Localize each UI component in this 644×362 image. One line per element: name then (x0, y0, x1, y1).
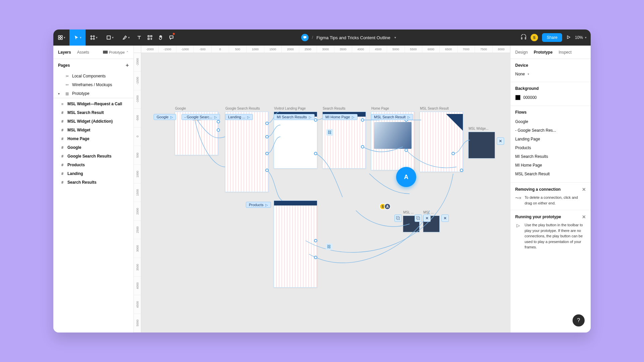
copy-button[interactable]: ⿻ (394, 215, 402, 222)
tab-prototype[interactable]: Prototype (534, 50, 552, 55)
background-section: Background 000000 (511, 82, 591, 106)
flow-item[interactable]: - Google Search Res... (515, 126, 586, 135)
connection-node[interactable] (265, 122, 269, 125)
present-button[interactable] (566, 35, 571, 41)
figma-menu-button[interactable]: ▾ (53, 29, 69, 46)
layer-item[interactable]: #Search Results (53, 178, 133, 187)
connection-node[interactable] (314, 239, 317, 242)
connection-node[interactable] (361, 118, 364, 122)
help-button[interactable]: ? (573, 314, 585, 326)
shape-tool-button[interactable]: ▾ (102, 29, 118, 46)
page-switcher[interactable]: Prototype ⌃ (103, 50, 129, 54)
pen-tool-button[interactable]: ▾ (118, 29, 134, 46)
connection-node[interactable] (314, 152, 317, 155)
tip-body-text: Use the play button in the toolbar to pl… (525, 222, 586, 250)
page-item[interactable]: ✏ Wireframes / Mockups (53, 80, 133, 89)
layer-item[interactable]: #Landing (53, 169, 133, 178)
layer-label: Google Search Results (67, 154, 111, 159)
frame-icon: # (60, 145, 65, 149)
connection-node[interactable] (217, 128, 220, 132)
team-icon[interactable] (301, 34, 309, 41)
color-swatch (515, 95, 521, 100)
layer-item[interactable]: #Google Search Results (53, 152, 133, 161)
frame-icon: # (60, 172, 65, 176)
device-select[interactable]: None ▾ (515, 70, 586, 78)
flow-start-products[interactable]: Products▷ (246, 202, 271, 208)
ruler-corner (134, 46, 141, 53)
resources-tool-button[interactable] (145, 29, 155, 46)
layer-item[interactable]: ≡MSL Widget—Request a Call (53, 100, 133, 108)
canvas-area[interactable]: -2000-1500-1000-500050010001500200025003… (134, 46, 510, 333)
page-item[interactable]: ✂ Local Components (53, 72, 133, 80)
svg-rect-0 (58, 36, 60, 37)
flow-start-misr[interactable]: MI Search Results▷ (274, 114, 315, 120)
link-badge-icon[interactable]: ⛓ (326, 129, 333, 136)
tab-inspect[interactable]: Inspect (558, 50, 572, 55)
flow-start-gsearch[interactable]: - Google Searc...▷ (181, 114, 220, 120)
layer-item[interactable]: #Home Page (53, 134, 133, 143)
background-color-picker[interactable]: 000000 (515, 94, 586, 102)
text-tool-button[interactable] (134, 29, 145, 46)
flow-item[interactable]: Landing Page (515, 135, 586, 143)
chevron-down-icon[interactable]: ▾ (394, 36, 396, 39)
connection-node[interactable] (460, 169, 463, 172)
close-tip-button[interactable]: ✕ (582, 214, 586, 220)
flow-item[interactable]: MSL Search Result (515, 170, 586, 178)
connections-layer (141, 53, 510, 333)
close-button[interactable]: ✕ (441, 215, 449, 222)
flow-item[interactable]: Google (515, 117, 586, 126)
audio-icon[interactable] (521, 34, 527, 41)
frame-tool-button[interactable]: ▾ (86, 29, 102, 46)
hand-tool-button[interactable] (155, 29, 166, 46)
layer-item[interactable]: #Google (53, 143, 133, 152)
flow-start-mihome[interactable]: MI Home Page▷ (322, 114, 358, 120)
layer-item[interactable]: #Products (53, 161, 133, 169)
layer-item[interactable]: #MSL Widget (53, 126, 133, 134)
comment-tool-button[interactable] (166, 29, 177, 46)
page-item-selected[interactable]: ▾ ▥ Prototype (53, 89, 133, 98)
add-page-button[interactable]: + (126, 62, 129, 68)
pages-header: Pages + (53, 59, 133, 72)
tip-body-text: To delete a connection, click and drag o… (525, 195, 586, 206)
layer-item[interactable]: #MSL Search Result (53, 108, 133, 117)
connection-node[interactable] (265, 135, 269, 138)
connection-node[interactable] (405, 148, 408, 152)
move-tool-button[interactable]: ▾ (69, 29, 86, 46)
connection-node[interactable] (265, 169, 269, 172)
canvas[interactable]: Google Google Google▷ - Google Searc...▷… (141, 53, 510, 333)
connection-node[interactable] (451, 152, 455, 155)
svg-rect-2 (58, 38, 60, 40)
flow-item[interactable]: MI Search Results (515, 152, 586, 161)
connection-node[interactable] (217, 120, 220, 123)
close-button[interactable]: ✕ (497, 137, 504, 145)
connection-node[interactable] (361, 145, 364, 148)
layer-label: MSL Search Result (67, 110, 104, 115)
copy-button[interactable]: ⿻ (415, 215, 422, 222)
svg-rect-7 (148, 38, 149, 40)
connection-node[interactable] (314, 256, 317, 259)
svg-rect-6 (151, 36, 152, 37)
user-avatar[interactable]: S (531, 34, 538, 41)
svg-rect-4 (107, 36, 110, 39)
flow-item[interactable]: MI Home Page (515, 161, 586, 170)
page-item-label: Local Components (72, 74, 106, 78)
zoom-control[interactable]: 10% ▾ (575, 35, 587, 40)
frame-icon: # (60, 119, 65, 123)
flow-start-mslsr[interactable]: MSL Search Result▷ (371, 114, 413, 120)
share-button[interactable]: Share (542, 33, 562, 42)
flow-start-google[interactable]: Google▷ (154, 114, 176, 120)
tab-assets[interactable]: Assets (77, 50, 89, 55)
flow-start-landing[interactable]: Landing ...▷ (225, 114, 253, 120)
link-badge-icon[interactable]: ⛓ (326, 243, 332, 250)
connection-node[interactable] (265, 152, 269, 155)
file-title[interactable]: Figma Tips and Tricks Content Outline (316, 35, 390, 40)
layer-item[interactable]: #MSL Widget (Addiction) (53, 117, 133, 126)
tab-layers[interactable]: Layers (58, 50, 71, 55)
tab-design[interactable]: Design (515, 50, 528, 55)
close-button[interactable]: ✕ (423, 215, 431, 222)
pencil-icon: ✏ (65, 83, 69, 87)
close-tip-button[interactable]: ✕ (582, 187, 586, 192)
layer-label: MSL Widget (67, 128, 90, 132)
flow-item[interactable]: Products (515, 143, 586, 152)
device-value: None (515, 72, 525, 76)
